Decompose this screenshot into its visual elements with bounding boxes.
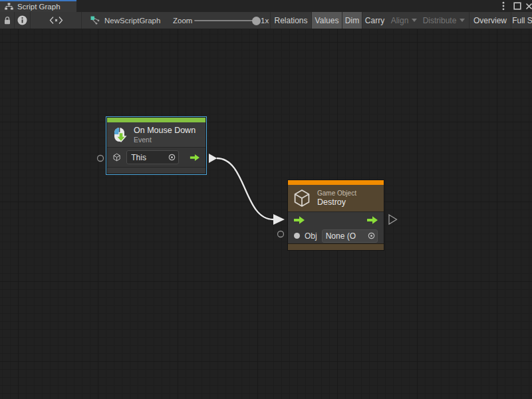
obj-object-field[interactable]: None (O (322, 229, 378, 243)
exit-flow-port[interactable] (366, 215, 378, 225)
carry-button[interactable]: Carry (362, 12, 387, 29)
close-button[interactable] (523, 1, 532, 11)
node-category: Game Object (317, 190, 356, 198)
align-dropdown-button[interactable]: Align (388, 12, 420, 29)
align-label: Align (391, 16, 409, 25)
node-subtitle: Event (134, 136, 196, 144)
node-header[interactable]: On Mouse Down Event (107, 122, 205, 147)
angle-brackets-x-icon (49, 16, 63, 25)
param-port-row: Obj None (O (288, 228, 384, 243)
obj-value-port-dot[interactable] (294, 233, 300, 239)
param-label: Obj (305, 231, 317, 241)
game-object-cube-icon (292, 188, 312, 208)
dim-button[interactable]: Dim (342, 12, 362, 29)
graph-name: NewScriptGraph (104, 17, 160, 25)
node-titles: On Mouse Down Event (134, 126, 196, 144)
tab-bar: Script Graph (0, 0, 532, 12)
relations-button[interactable]: Relations (270, 12, 311, 29)
code-preview-button[interactable] (30, 12, 82, 29)
fullscreen-button[interactable]: Full Screen (511, 12, 532, 29)
object-picker-icon[interactable] (168, 154, 176, 161)
node-on-mouse-down[interactable]: On Mouse Down Event This (106, 116, 207, 175)
node-accent-bar (288, 180, 384, 185)
zoom-slider[interactable] (194, 20, 257, 21)
node-footer (288, 243, 384, 250)
exit-flow-port[interactable] (190, 153, 200, 162)
node-footer (107, 167, 205, 174)
connection-wire[interactable] (217, 158, 273, 219)
vertical-ellipsis-icon (502, 1, 505, 11)
zoom-value: 1x (261, 12, 269, 29)
connection-end-arrow (273, 214, 285, 225)
overview-button[interactable]: Overview (469, 12, 511, 29)
obj-object-value: None (O (326, 231, 368, 241)
target-object-value: This (131, 153, 168, 162)
game-object-cube-icon (112, 152, 121, 162)
connections-layer (0, 29, 532, 399)
tab-title: Script Graph (17, 3, 61, 11)
flow-port-row (288, 212, 384, 228)
node-body: Obj None (O (288, 211, 384, 243)
tab-script-graph[interactable]: Script Graph (0, 0, 76, 12)
node-title: Destroy (317, 198, 356, 207)
info-circle-icon (17, 15, 27, 25)
zoom-label: Zoom (173, 12, 192, 29)
window-menu-button[interactable] (498, 1, 509, 11)
maximize-icon (513, 2, 521, 10)
script-graph-asset-icon (90, 16, 100, 25)
object-picker-icon[interactable] (368, 232, 375, 239)
on-mouse-down-target-port[interactable] (98, 156, 104, 162)
breadcrumb[interactable]: NewScriptGraph (90, 12, 160, 29)
zoom-slider-handle[interactable] (252, 17, 261, 25)
graph-canvas[interactable]: On Mouse Down Event This (0, 29, 532, 399)
node-destroy[interactable]: Game Object Destroy Obj (287, 180, 384, 251)
lock-button[interactable] (0, 12, 14, 29)
destroy-obj-port[interactable] (278, 231, 284, 237)
node-header[interactable]: Game Object Destroy (288, 185, 384, 211)
connection-start-arrow (209, 154, 217, 163)
close-icon (525, 3, 532, 10)
script-graph-window: Script Graph (0, 0, 532, 399)
distribute-dropdown-button[interactable]: Distribute (420, 12, 468, 29)
target-object-field[interactable]: This (126, 150, 179, 164)
chevron-down-icon (412, 19, 417, 22)
node-title: On Mouse Down (134, 126, 196, 136)
chevron-down-icon (460, 19, 465, 22)
node-accent-bar (107, 118, 205, 122)
info-button[interactable] (14, 12, 30, 29)
distribute-label: Distribute (423, 16, 457, 25)
graph-hierarchy-icon (5, 3, 13, 11)
padlock-icon (3, 16, 11, 25)
node-titles: Game Object Destroy (317, 190, 356, 207)
values-button[interactable]: Values (311, 12, 342, 29)
mouse-down-event-icon (111, 126, 128, 144)
enter-flow-port[interactable] (293, 215, 305, 225)
graph-toolbar: NewScriptGraph Zoom 1x Relations Values … (0, 12, 532, 29)
node-port-row: This (107, 147, 205, 167)
destroy-exit-port[interactable] (389, 215, 397, 224)
maximize-button[interactable] (512, 1, 523, 11)
